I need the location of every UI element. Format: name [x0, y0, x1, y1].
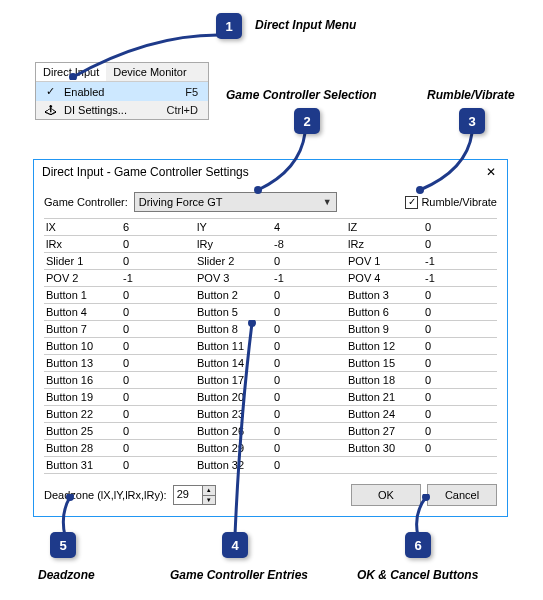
entry-label: Button 5: [195, 306, 272, 318]
deadzone-value: 29: [174, 486, 202, 504]
entry-value: 0: [272, 442, 346, 454]
entry-label: lRz: [346, 238, 423, 250]
entry-value: 0: [272, 306, 346, 318]
dialog-title: Direct Input - Game Controller Settings: [42, 165, 249, 179]
entry-value: 0: [272, 323, 346, 335]
check-icon: ✓: [40, 85, 60, 98]
entry-value: -8: [272, 238, 346, 250]
entry-label: Button 22: [44, 408, 121, 420]
bottom-row: Deadzone (lX,lY,lRx,lRy): 29 ▲ ▼ OK Canc…: [44, 484, 497, 506]
game-controller-label: Game Controller:: [44, 196, 128, 208]
entry-label: lZ: [346, 221, 423, 233]
callout-3-badge: 3: [459, 108, 485, 134]
entry-label: lRx: [44, 238, 121, 250]
menu-item-label: Enabled: [60, 86, 185, 98]
callout-1-label: Direct Input Menu: [255, 18, 356, 32]
callout-2-label: Game Controller Selection: [226, 88, 377, 102]
entry-label: POV 2: [44, 272, 121, 284]
table-row: Button 130Button 140Button 150: [44, 355, 497, 372]
dialog-body: Game Controller: Driving Force GT ▼ ✓ Ru…: [34, 184, 507, 516]
callout-4-badge: 4: [222, 532, 248, 558]
entry-value: -1: [121, 272, 195, 284]
callout-6-label: OK & Cancel Buttons: [357, 568, 478, 582]
entry-value: 0: [121, 374, 195, 386]
spinner-up-icon[interactable]: ▲: [203, 486, 215, 496]
callout-4-label: Game Controller Entries: [170, 568, 308, 582]
callout-5-badge: 5: [50, 532, 76, 558]
chevron-down-icon: ▼: [323, 197, 332, 207]
entry-value: 0: [423, 442, 483, 454]
callout-2-badge: 2: [294, 108, 320, 134]
menu-item-di-settings[interactable]: 🕹 DI Settings... Ctrl+D: [36, 101, 208, 119]
controller-row: Game Controller: Driving Force GT ▼ ✓ Ru…: [44, 192, 497, 212]
entry-value: 0: [121, 323, 195, 335]
entry-label: Button 20: [195, 391, 272, 403]
entry-value: 0: [272, 391, 346, 403]
entry-value: 0: [121, 255, 195, 267]
close-button[interactable]: ✕: [483, 165, 499, 179]
entry-value: 0: [272, 340, 346, 352]
tab-device-monitor[interactable]: Device Monitor: [106, 63, 193, 81]
spinner-down-icon[interactable]: ▼: [203, 496, 215, 505]
entry-label: Button 17: [195, 374, 272, 386]
entry-value: 0: [423, 289, 483, 301]
entry-value: 0: [272, 289, 346, 301]
entry-value: 0: [423, 408, 483, 420]
entry-value: 0: [272, 357, 346, 369]
menu-item-label: DI Settings...: [60, 104, 167, 116]
entry-label: Button 28: [44, 442, 121, 454]
entry-label: Button 23: [195, 408, 272, 420]
entry-label: Button 29: [195, 442, 272, 454]
controller-settings-dialog: Direct Input - Game Controller Settings …: [33, 159, 508, 517]
menu-item-shortcut: F5: [185, 86, 204, 98]
direct-input-menu: Direct Input Device Monitor ✓ Enabled F5…: [35, 62, 209, 120]
entry-label: Button 32: [195, 459, 272, 471]
entry-value: 0: [272, 255, 346, 267]
game-controller-select[interactable]: Driving Force GT ▼: [134, 192, 337, 212]
tab-direct-input[interactable]: Direct Input: [36, 63, 106, 81]
entry-value: 0: [272, 425, 346, 437]
entry-value: -1: [423, 255, 483, 267]
entry-label: Button 19: [44, 391, 121, 403]
cancel-button[interactable]: Cancel: [427, 484, 497, 506]
entry-label: Button 10: [44, 340, 121, 352]
entry-label: Button 9: [346, 323, 423, 335]
deadzone-spinner[interactable]: 29 ▲ ▼: [173, 485, 216, 505]
table-row: Button 100Button 110Button 120: [44, 338, 497, 355]
entry-label: Button 26: [195, 425, 272, 437]
entry-value: 0: [423, 374, 483, 386]
entry-value: 0: [121, 408, 195, 420]
callout-3-label: Rumble/Vibrate: [427, 88, 515, 102]
entry-label: POV 3: [195, 272, 272, 284]
entry-value: 0: [423, 340, 483, 352]
rumble-vibrate-checkbox[interactable]: ✓ Rumble/Vibrate: [405, 196, 497, 209]
table-row: Button 280Button 290Button 300: [44, 440, 497, 457]
entry-value: 0: [272, 374, 346, 386]
menu-item-enabled[interactable]: ✓ Enabled F5: [36, 82, 208, 101]
checkbox-icon: ✓: [405, 196, 418, 209]
menu-item-shortcut: Ctrl+D: [167, 104, 204, 116]
entry-label: Button 2: [195, 289, 272, 301]
callout-1-badge: 1: [216, 13, 242, 39]
spinner-arrows[interactable]: ▲ ▼: [202, 486, 215, 504]
entry-label: Slider 2: [195, 255, 272, 267]
entry-value: 0: [423, 425, 483, 437]
entry-value: 0: [121, 340, 195, 352]
entry-label: Button 15: [346, 357, 423, 369]
callout-5-label: Deadzone: [38, 568, 95, 582]
entry-label: Slider 1: [44, 255, 121, 267]
entry-label: Button 21: [346, 391, 423, 403]
joystick-icon: 🕹: [40, 104, 60, 116]
entry-value: 0: [423, 306, 483, 318]
entry-label: Button 18: [346, 374, 423, 386]
entry-value: 0: [121, 357, 195, 369]
entry-value: 6: [121, 221, 195, 233]
table-row: Button 10Button 20Button 30: [44, 287, 497, 304]
entry-label: lY: [195, 221, 272, 233]
entry-label: Button 13: [44, 357, 121, 369]
ok-button[interactable]: OK: [351, 484, 421, 506]
menu-tabs: Direct Input Device Monitor: [36, 63, 208, 82]
table-row: lRx0lRy-8lRz0: [44, 236, 497, 253]
entry-value: 0: [121, 425, 195, 437]
entry-label: Button 11: [195, 340, 272, 352]
